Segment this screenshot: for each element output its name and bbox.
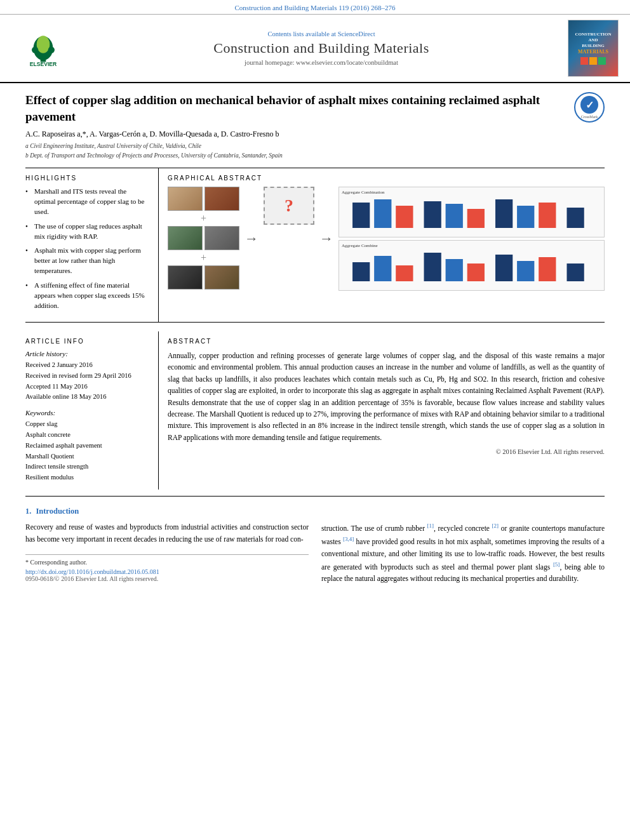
keyword-4: Marshall Quotient — [25, 451, 149, 462]
intro-left-col: Recovery and reuse of wastes and byprodu… — [25, 521, 309, 585]
main-content: Effect of copper slag addition on mechan… — [0, 83, 630, 606]
intro-heading-line: 1. Introduction — [25, 507, 605, 516]
svg-rect-22 — [495, 255, 513, 281]
svg-rect-23 — [517, 261, 534, 281]
intro-right-col: struction. The use of crumb rubber [1], … — [321, 521, 605, 585]
received-revised-date: Received in revised form 29 April 2016 — [25, 371, 149, 382]
crossmark-badge[interactable]: ✓ CrossMark — [574, 92, 605, 123]
highlights-list: Marshall and ITS tests reveal the optima… — [25, 187, 149, 311]
received-date: Received 2 January 2016 — [25, 360, 149, 371]
journal-header-center: Contents lists available at ScienceDirec… — [75, 30, 568, 66]
highlight-item: Asphalt mix with copper slag perform bet… — [25, 246, 149, 276]
graphical-abstract-label: GRAPHICAL ABSTRACT — [168, 175, 605, 182]
doi-link[interactable]: http://dx.doi.org/10.1016/j.conbuildmat.… — [25, 568, 309, 575]
keyword-6: Resilient modulus — [25, 472, 149, 483]
cover-materials-label: MATERIALS — [578, 49, 608, 55]
svg-rect-6 — [352, 203, 370, 228]
svg-rect-20 — [446, 259, 463, 281]
svg-rect-10 — [446, 204, 463, 228]
ga-material-row-1 — [168, 187, 239, 211]
ga-image-1 — [168, 187, 203, 211]
ga-image-6 — [204, 265, 239, 290]
ga-plus-sign-1: + — [168, 213, 239, 224]
article-info-label: ARTICLE INFO — [25, 338, 149, 345]
affiliation-a: a Civil Engineering Institute, Austral U… — [25, 142, 605, 150]
ga-materials-stack: + + — [168, 187, 239, 291]
intro-two-columns: Recovery and reuse of wastes and byprodu… — [25, 521, 605, 585]
corresponding-author-note: * Corresponding author. — [25, 559, 309, 566]
abstract-text: Annually, copper production and refining… — [168, 350, 605, 443]
ga-aggregate-chart: Aggregate Combination — [338, 187, 605, 237]
available-online-date: Available online 18 May 2016 — [25, 392, 149, 403]
ga-image-2 — [204, 187, 239, 211]
keyword-3: Reclaimed asphalt pavement — [25, 441, 149, 451]
keyword-2: Asphalt concrete — [25, 430, 149, 441]
ga-second-chart: Aggregate Combine — [338, 240, 605, 291]
svg-point-4 — [48, 46, 55, 53]
ga-image-5 — [168, 265, 203, 290]
graphical-abstract-column: GRAPHICAL ABSTRACT + + — [159, 168, 605, 322]
ga-material-row-2 — [168, 226, 239, 250]
svg-rect-16 — [352, 262, 370, 281]
crossmark-icon: ✓ — [580, 96, 598, 114]
intro-right-text: struction. The use of crumb rubber [1], … — [321, 521, 605, 585]
journal-homepage: journal homepage: www.elsevier.com/locat… — [81, 59, 561, 66]
ga-image-3 — [168, 226, 203, 250]
highlight-item: A stiffening effect of fine material app… — [25, 281, 149, 311]
highlight-item: Marshall and ITS tests reveal the optima… — [25, 187, 149, 217]
abstract-label: ABSTRACT — [168, 338, 605, 345]
journal-citation-text: Construction and Building Materials 119 … — [234, 4, 395, 11]
journal-header: ELSEVIER Contents lists available at Sci… — [0, 15, 630, 83]
paper-title: Effect of copper slag addition on mechan… — [25, 92, 574, 124]
graphical-abstract-content: + + → ? → — [168, 187, 605, 291]
article-abstract-section: ARTICLE INFO Article history: Received 2… — [25, 331, 605, 497]
introduction-section: 1. Introduction Recovery and reuse of wa… — [25, 507, 605, 585]
highlights-graphical-section: HIGHLIGHTS Marshall and ITS tests reveal… — [25, 168, 605, 323]
svg-rect-18 — [396, 265, 413, 281]
issn-line: 0950-0618/© 2016 Elsevier Ltd. All right… — [25, 575, 309, 582]
intro-left-text: Recovery and reuse of wastes and byprodu… — [25, 521, 309, 545]
journal-main-title: Construction and Building Materials — [81, 40, 561, 57]
svg-rect-17 — [374, 256, 391, 281]
affiliation-b: b Dept. of Transport and Technology of P… — [25, 151, 605, 160]
ref-5[interactable]: [5] — [553, 561, 560, 568]
journal-citation-bar: Construction and Building Materials 119 … — [0, 0, 630, 15]
svg-rect-24 — [539, 257, 556, 281]
other-text: other — [402, 550, 417, 557]
svg-rect-8 — [396, 206, 413, 228]
keyword-1: Copper slag — [25, 419, 149, 430]
svg-rect-13 — [517, 206, 534, 228]
svg-rect-7 — [374, 199, 391, 228]
ga-charts-area: Aggregate Combination — [338, 187, 605, 291]
journal-cover-image: Construction and Building MATERIALS — [568, 20, 619, 77]
ref-3-4[interactable]: [3,4] — [343, 536, 354, 542]
cover-title: Construction and Building — [575, 32, 611, 49]
ga-question-box: ? — [264, 187, 314, 225]
svg-rect-11 — [467, 209, 485, 228]
svg-rect-21 — [467, 263, 485, 281]
accepted-date: Accepted 11 May 2016 — [25, 382, 149, 392]
intro-heading: Introduction — [36, 507, 79, 516]
affiliations: a Civil Engineering Institute, Austral U… — [25, 142, 605, 160]
keywords-label: Keywords: — [25, 409, 149, 417]
ref-1[interactable]: [1] — [427, 523, 434, 529]
article-info-column: ARTICLE INFO Article history: Received 2… — [25, 331, 159, 490]
keyword-5: Indirect tensile strength — [25, 462, 149, 472]
svg-rect-25 — [566, 263, 584, 281]
ga-plus-sign-2: + — [168, 252, 239, 263]
ga-arrow-1: → — [245, 230, 258, 247]
article-history-title: Article history: — [25, 350, 149, 357]
svg-text:ELSEVIER: ELSEVIER — [30, 61, 57, 67]
crossmark-label: CrossMark — [581, 115, 598, 119]
highlights-column: HIGHLIGHTS Marshall and ITS tests reveal… — [25, 168, 159, 322]
science-direct-link[interactable]: Contents lists available at ScienceDirec… — [81, 30, 561, 37]
authors-line: A.C. Raposeiras a,*, A. Vargas-Cerón a, … — [25, 130, 605, 139]
ga-arrow-2: → — [319, 230, 333, 247]
footnote-area: * Corresponding author. http://dx.doi.or… — [25, 554, 309, 582]
abstract-column: ABSTRACT Annually, copper production and… — [159, 331, 605, 490]
svg-rect-14 — [539, 203, 556, 228]
highlights-label: HIGHLIGHTS — [25, 175, 149, 182]
svg-point-3 — [32, 46, 38, 53]
copyright-line: © 2016 Elsevier Ltd. All rights reserved… — [168, 448, 605, 455]
ref-2[interactable]: [2] — [492, 523, 499, 529]
